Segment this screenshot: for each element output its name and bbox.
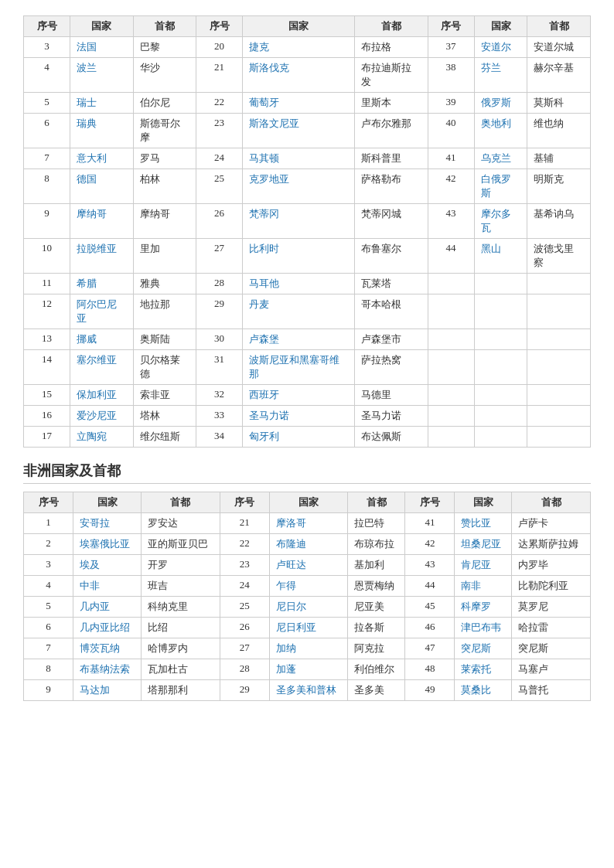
country-link[interactable]: 斯洛伐克 bbox=[249, 62, 289, 73]
country-link[interactable]: 立陶宛 bbox=[77, 431, 107, 442]
country-link[interactable]: 克罗地亚 bbox=[249, 173, 289, 185]
country-cell[interactable]: 拉脱维亚 bbox=[70, 239, 134, 274]
country-link[interactable]: 加蓬 bbox=[276, 663, 296, 675]
country-cell[interactable]: 津巴布韦 bbox=[455, 618, 512, 638]
country-cell[interactable]: 爱沙尼亚 bbox=[70, 406, 134, 427]
country-cell[interactable]: 匈牙利 bbox=[243, 427, 355, 448]
country-cell[interactable]: 卢旺达 bbox=[269, 555, 348, 576]
country-link[interactable]: 博茨瓦纳 bbox=[80, 642, 120, 654]
country-link[interactable]: 西班牙 bbox=[249, 389, 279, 400]
country-cell[interactable]: 突尼斯 bbox=[455, 638, 512, 659]
country-cell[interactable]: 赞比亚 bbox=[455, 513, 512, 534]
country-link[interactable]: 马耳他 bbox=[249, 277, 279, 289]
country-link[interactable]: 突尼斯 bbox=[461, 642, 491, 654]
country-link[interactable]: 匈牙利 bbox=[249, 431, 279, 442]
country-link[interactable]: 希腊 bbox=[77, 277, 97, 289]
country-link[interactable]: 南非 bbox=[461, 580, 481, 591]
country-link[interactable]: 捷克 bbox=[249, 41, 269, 53]
country-cell[interactable]: 加蓬 bbox=[269, 659, 348, 680]
country-cell[interactable]: 中非 bbox=[73, 576, 142, 597]
country-link[interactable]: 卢森堡 bbox=[249, 333, 279, 345]
country-link[interactable]: 中非 bbox=[80, 580, 100, 591]
country-cell[interactable]: 比利时 bbox=[243, 239, 355, 274]
country-link[interactable]: 梵蒂冈 bbox=[249, 208, 279, 220]
country-link[interactable]: 保加利亚 bbox=[77, 389, 117, 400]
country-cell[interactable]: 希腊 bbox=[70, 274, 134, 294]
country-cell[interactable]: 几内亚比绍 bbox=[73, 618, 142, 638]
country-cell[interactable]: 葡萄牙 bbox=[243, 93, 355, 114]
country-link[interactable]: 马其顿 bbox=[249, 152, 279, 164]
country-cell[interactable]: 坦桑尼亚 bbox=[455, 534, 512, 555]
country-link[interactable]: 摩尔多瓦 bbox=[481, 208, 511, 233]
country-cell[interactable]: 法国 bbox=[70, 37, 134, 58]
country-cell[interactable]: 挪威 bbox=[70, 329, 134, 350]
country-cell[interactable]: 黑山 bbox=[474, 239, 527, 274]
country-link[interactable]: 安道尔 bbox=[481, 41, 511, 53]
country-link[interactable]: 意大利 bbox=[77, 152, 107, 164]
country-link[interactable]: 几内亚比绍 bbox=[80, 621, 130, 633]
country-link[interactable]: 圣多美和普林 bbox=[276, 684, 336, 696]
country-link[interactable]: 拉脱维亚 bbox=[77, 243, 117, 254]
country-link[interactable]: 布隆迪 bbox=[276, 538, 306, 550]
country-cell[interactable]: 克罗地亚 bbox=[243, 169, 355, 204]
country-link[interactable]: 坦桑尼亚 bbox=[461, 538, 501, 550]
country-link[interactable]: 摩洛哥 bbox=[276, 517, 306, 529]
country-link[interactable]: 比利时 bbox=[249, 243, 279, 254]
country-link[interactable]: 波斯尼亚和黑塞哥维那 bbox=[249, 354, 339, 380]
country-link[interactable]: 斯洛文尼亚 bbox=[249, 117, 299, 129]
country-link[interactable]: 赞比亚 bbox=[461, 517, 491, 529]
country-cell[interactable]: 马达加 bbox=[73, 680, 142, 701]
country-link[interactable]: 摩纳哥 bbox=[77, 208, 107, 220]
country-cell[interactable]: 南非 bbox=[455, 576, 512, 597]
country-cell[interactable]: 波斯尼亚和黑塞哥维那 bbox=[243, 350, 355, 385]
country-cell[interactable]: 芬兰 bbox=[474, 58, 527, 93]
country-link[interactable]: 爱沙尼亚 bbox=[77, 410, 117, 421]
country-link[interactable]: 芬兰 bbox=[481, 62, 501, 73]
country-link[interactable]: 黑山 bbox=[481, 243, 501, 254]
country-cell[interactable]: 几内亚 bbox=[73, 597, 142, 618]
country-cell[interactable]: 意大利 bbox=[70, 148, 134, 169]
country-cell[interactable]: 白俄罗斯 bbox=[474, 169, 527, 204]
country-link[interactable]: 尼日利亚 bbox=[276, 621, 316, 633]
country-cell[interactable]: 莱索托 bbox=[455, 659, 512, 680]
country-cell[interactable]: 乌克兰 bbox=[474, 148, 527, 169]
country-cell[interactable]: 西班牙 bbox=[243, 385, 355, 406]
country-link[interactable]: 白俄罗斯 bbox=[481, 173, 511, 199]
country-link[interactable]: 埃及 bbox=[80, 559, 100, 570]
country-cell[interactable]: 布基纳法索 bbox=[73, 659, 142, 680]
country-link[interactable]: 德国 bbox=[77, 173, 97, 185]
country-cell[interactable]: 摩纳哥 bbox=[70, 204, 134, 239]
country-link[interactable]: 肯尼亚 bbox=[461, 559, 491, 570]
country-cell[interactable]: 埃及 bbox=[73, 555, 142, 576]
country-cell[interactable]: 俄罗斯 bbox=[474, 93, 527, 114]
country-cell[interactable]: 丹麦 bbox=[243, 294, 355, 329]
country-link[interactable]: 津巴布韦 bbox=[461, 621, 501, 633]
country-cell[interactable]: 捷克 bbox=[243, 37, 355, 58]
country-link[interactable]: 几内亚 bbox=[80, 601, 110, 612]
country-link[interactable]: 圣马力诺 bbox=[249, 410, 289, 421]
country-cell[interactable]: 瑞典 bbox=[70, 114, 134, 148]
country-cell[interactable]: 肯尼亚 bbox=[455, 555, 512, 576]
country-cell[interactable]: 博茨瓦纳 bbox=[73, 638, 142, 659]
country-link[interactable]: 法国 bbox=[77, 41, 97, 53]
country-link[interactable]: 科摩罗 bbox=[461, 601, 491, 612]
country-cell[interactable]: 保加利亚 bbox=[70, 385, 134, 406]
country-cell[interactable]: 摩尔多瓦 bbox=[474, 204, 527, 239]
country-cell[interactable]: 马耳他 bbox=[243, 274, 355, 294]
country-cell[interactable]: 奥地利 bbox=[474, 114, 527, 148]
country-link[interactable]: 奥地利 bbox=[481, 117, 511, 129]
country-cell[interactable]: 塞尔维亚 bbox=[70, 350, 134, 385]
country-cell[interactable]: 莫桑比 bbox=[455, 680, 512, 701]
country-cell[interactable]: 科摩罗 bbox=[455, 597, 512, 618]
country-cell[interactable]: 卢森堡 bbox=[243, 329, 355, 350]
country-cell[interactable]: 安哥拉 bbox=[73, 513, 142, 534]
country-link[interactable]: 布基纳法索 bbox=[80, 663, 130, 675]
country-link[interactable]: 波兰 bbox=[77, 62, 97, 73]
country-link[interactable]: 乌克兰 bbox=[481, 152, 511, 164]
country-link[interactable]: 莫桑比 bbox=[461, 684, 491, 696]
country-cell[interactable]: 立陶宛 bbox=[70, 427, 134, 448]
country-cell[interactable]: 德国 bbox=[70, 169, 134, 204]
country-cell[interactable]: 梵蒂冈 bbox=[243, 204, 355, 239]
country-link[interactable]: 乍得 bbox=[276, 580, 296, 591]
country-link[interactable]: 卢旺达 bbox=[276, 559, 306, 570]
